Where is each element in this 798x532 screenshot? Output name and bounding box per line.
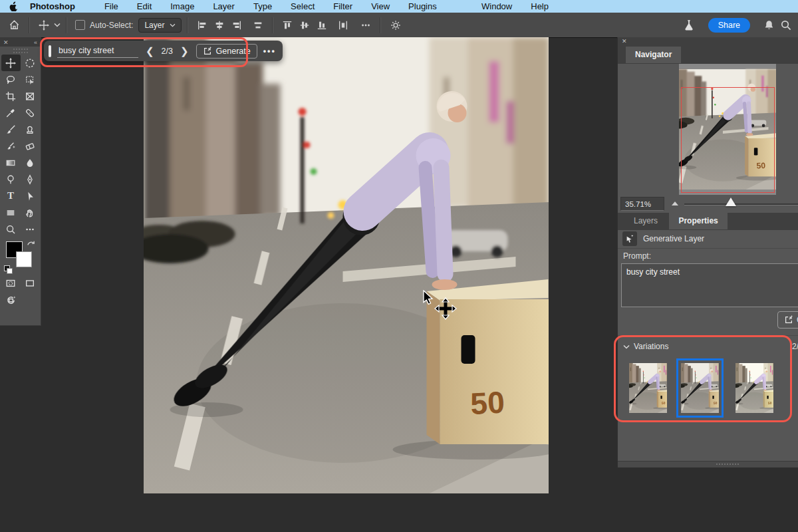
- swap-colors-icon[interactable]: [27, 240, 35, 249]
- variation-thumb-1[interactable]: [629, 363, 667, 413]
- tool-type[interactable]: T: [1, 188, 21, 204]
- variation-thumb-3[interactable]: [735, 363, 773, 413]
- color-controls: [0, 240, 41, 275]
- menu-layer[interactable]: Layer: [203, 1, 244, 11]
- move-tool-preset-icon[interactable]: [35, 17, 53, 34]
- apple-logo-icon[interactable]: [9, 1, 18, 11]
- menu-items-right: WindowHelp: [472, 0, 558, 13]
- variation-thumb-2-selected[interactable]: [681, 363, 719, 413]
- beta-flask-icon[interactable]: [683, 19, 695, 31]
- zoom-percent-field[interactable]: 35.71%: [620, 197, 664, 211]
- menu-image[interactable]: Image: [161, 1, 203, 11]
- tool-clone-stamp[interactable]: [21, 121, 40, 138]
- toolbar-collapse-icon[interactable]: «: [34, 39, 37, 46]
- navigator-view-rectangle[interactable]: [681, 87, 775, 193]
- menu-filter[interactable]: Filter: [324, 1, 362, 11]
- background-color-swatch[interactable]: [16, 251, 32, 267]
- tool-brush[interactable]: [1, 121, 21, 138]
- taskbar-more-icon[interactable]: •••: [263, 47, 276, 56]
- zoom-slider-thumb[interactable]: [726, 198, 736, 206]
- tool-lasso[interactable]: [1, 71, 21, 88]
- quick-mask-toggle[interactable]: [1, 275, 21, 291]
- menu-items: FileEditImageLayerTypeSelectFilterViewPl…: [95, 1, 446, 11]
- bell-icon[interactable]: [763, 19, 775, 31]
- tool-object-selection[interactable]: [21, 71, 40, 88]
- tool-hand[interactable]: [21, 204, 40, 221]
- prompt-textarea[interactable]: busy city street: [621, 263, 798, 307]
- tool-spot-healing[interactable]: [21, 104, 40, 121]
- menu-type[interactable]: Type: [244, 1, 281, 11]
- menu-bar: Photoshop FileEditImageLayerTypeSelectFi…: [0, 0, 798, 13]
- app-title[interactable]: Photoshop: [30, 1, 75, 11]
- align-center-horizontal-icon[interactable]: [211, 17, 228, 34]
- variation-pagination: 2/3: [162, 47, 173, 56]
- variations-label: Variations: [634, 342, 668, 351]
- tab-layers[interactable]: Layers: [624, 213, 667, 229]
- right-panel: ✕ Navigator 35.71% Layers Properties Gen…: [617, 37, 798, 467]
- align-bottom-icon[interactable]: [313, 17, 331, 34]
- auto-select-target-dropdown[interactable]: Layer: [138, 18, 182, 33]
- taskbar-drag-handle[interactable]: [49, 45, 51, 57]
- tool-pen[interactable]: [21, 171, 40, 188]
- tool-edit-toolbar[interactable]: [21, 221, 40, 237]
- menu-window[interactable]: Window: [472, 1, 521, 11]
- menu-edit[interactable]: Edit: [128, 1, 161, 11]
- align-middle-vertical-icon[interactable]: [296, 17, 313, 34]
- tool-gradient[interactable]: [1, 154, 21, 171]
- taskbar-prompt-input[interactable]: busy city street: [57, 45, 138, 58]
- menu-view[interactable]: View: [362, 1, 399, 11]
- menu-help[interactable]: Help: [521, 1, 558, 11]
- menu-file[interactable]: File: [95, 1, 128, 11]
- tool-remove[interactable]: [1, 138, 21, 154]
- panel-resize-grip[interactable]: [618, 461, 798, 467]
- tool-frame[interactable]: [21, 88, 40, 104]
- tool-path-selection[interactable]: [21, 188, 40, 204]
- align-top-icon[interactable]: [279, 17, 296, 34]
- align-left-icon[interactable]: [194, 17, 211, 34]
- previous-variation-icon[interactable]: ❮: [144, 45, 156, 57]
- zoom-out-icon[interactable]: [671, 201, 679, 206]
- more-options-icon[interactable]: [357, 17, 374, 34]
- panel-close-icon[interactable]: ✕: [622, 38, 627, 45]
- options-bar: Auto-Select: Layer Share: [0, 13, 798, 38]
- tool-dodge[interactable]: [1, 171, 21, 188]
- menu-plugins[interactable]: Plugins: [399, 1, 446, 11]
- generative-layer-label: Generative Layer: [643, 234, 704, 243]
- distribute-horizontal-icon[interactable]: [334, 17, 352, 34]
- zoom-slider-track[interactable]: [684, 203, 798, 205]
- variations-pagination: 2/3: [792, 342, 798, 351]
- chevron-down-icon[interactable]: [54, 23, 61, 27]
- tool-eraser[interactable]: [21, 138, 40, 154]
- auto-select-target-value: Layer: [144, 21, 164, 30]
- tool-elliptical-marquee[interactable]: [21, 55, 40, 71]
- panel-generate-button[interactable]: Generate: [777, 311, 798, 329]
- generate-image-tool[interactable]: [1, 291, 21, 308]
- tab-properties[interactable]: Properties: [669, 213, 727, 229]
- screen-mode-button[interactable]: [21, 275, 40, 291]
- toolbar-close-icon[interactable]: ✕: [3, 39, 9, 46]
- canvas-photo: [144, 37, 549, 493]
- auto-select-checkbox[interactable]: [75, 20, 85, 30]
- align-right-icon[interactable]: [228, 17, 245, 34]
- tab-navigator[interactable]: Navigator: [626, 47, 681, 63]
- toolbar-grip[interactable]: [13, 49, 28, 53]
- default-colors-icon[interactable]: [4, 265, 11, 273]
- next-variation-icon[interactable]: ❯: [179, 45, 190, 57]
- contextual-task-bar: busy city street ❮ 2/3 ❯ Generate •••: [44, 41, 283, 61]
- search-icon[interactable]: [780, 19, 791, 31]
- distribute-vertical-icon[interactable]: [249, 17, 267, 34]
- menu-select[interactable]: Select: [281, 1, 324, 11]
- tool-eyedropper[interactable]: [1, 104, 21, 121]
- variations-header[interactable]: Variations: [623, 342, 668, 351]
- tool-rectangle[interactable]: [1, 204, 21, 221]
- generate-button[interactable]: Generate: [196, 44, 257, 59]
- gear-icon[interactable]: [386, 17, 405, 34]
- tool-move[interactable]: [1, 55, 21, 71]
- navigator-thumbnail[interactable]: [679, 64, 776, 195]
- tool-zoom[interactable]: [1, 221, 21, 237]
- home-icon[interactable]: [5, 17, 23, 34]
- tool-crop[interactable]: [1, 88, 21, 104]
- share-button[interactable]: Share: [708, 18, 750, 33]
- tool-blur[interactable]: [21, 154, 40, 171]
- document-canvas[interactable]: [144, 37, 549, 493]
